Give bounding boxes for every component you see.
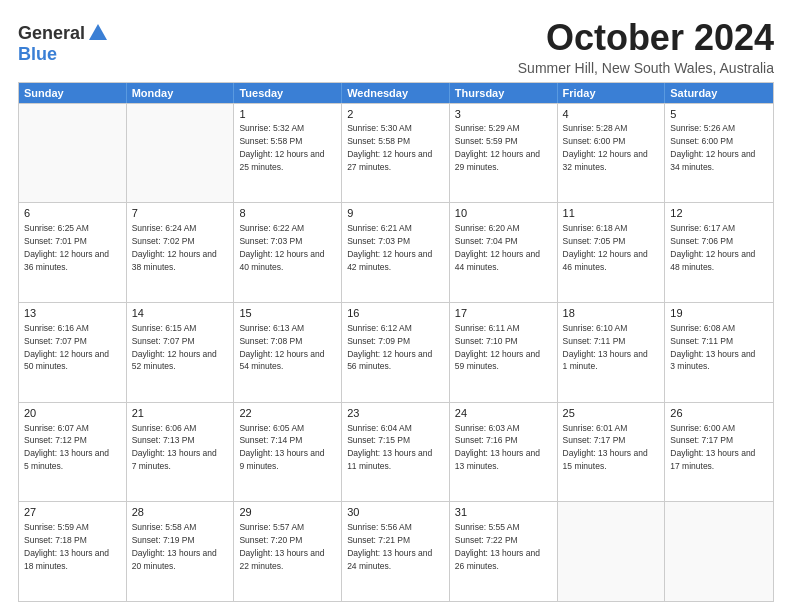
cal-cell: 18Sunrise: 6:10 AMSunset: 7:11 PMDayligh… bbox=[558, 303, 666, 402]
cal-cell: 5Sunrise: 5:26 AMSunset: 6:00 PMDaylight… bbox=[665, 104, 773, 203]
day-number: 17 bbox=[455, 306, 552, 321]
cell-details: Sunrise: 6:15 AMSunset: 7:07 PMDaylight:… bbox=[132, 323, 217, 372]
header-day-saturday: Saturday bbox=[665, 83, 773, 103]
month-title: October 2024 bbox=[518, 18, 774, 58]
cell-details: Sunrise: 6:13 AMSunset: 7:08 PMDaylight:… bbox=[239, 323, 324, 372]
cal-cell: 12Sunrise: 6:17 AMSunset: 7:06 PMDayligh… bbox=[665, 203, 773, 302]
cell-details: Sunrise: 6:20 AMSunset: 7:04 PMDaylight:… bbox=[455, 223, 540, 272]
cal-cell bbox=[665, 502, 773, 601]
cell-details: Sunrise: 6:05 AMSunset: 7:14 PMDaylight:… bbox=[239, 423, 324, 472]
day-number: 31 bbox=[455, 505, 552, 520]
day-number: 7 bbox=[132, 206, 229, 221]
day-number: 15 bbox=[239, 306, 336, 321]
cal-cell: 7Sunrise: 6:24 AMSunset: 7:02 PMDaylight… bbox=[127, 203, 235, 302]
cell-details: Sunrise: 6:25 AMSunset: 7:01 PMDaylight:… bbox=[24, 223, 109, 272]
header-day-wednesday: Wednesday bbox=[342, 83, 450, 103]
day-number: 11 bbox=[563, 206, 660, 221]
cal-cell bbox=[19, 104, 127, 203]
cell-details: Sunrise: 6:00 AMSunset: 7:17 PMDaylight:… bbox=[670, 423, 755, 472]
cal-cell: 15Sunrise: 6:13 AMSunset: 7:08 PMDayligh… bbox=[234, 303, 342, 402]
cell-details: Sunrise: 5:59 AMSunset: 7:18 PMDaylight:… bbox=[24, 522, 109, 571]
logo: General Blue bbox=[18, 22, 109, 65]
cal-cell: 24Sunrise: 6:03 AMSunset: 7:16 PMDayligh… bbox=[450, 403, 558, 502]
cal-row-1: 1Sunrise: 5:32 AMSunset: 5:58 PMDaylight… bbox=[19, 103, 773, 203]
calendar: SundayMondayTuesdayWednesdayThursdayFrid… bbox=[18, 82, 774, 602]
day-number: 3 bbox=[455, 107, 552, 122]
cell-details: Sunrise: 5:26 AMSunset: 6:00 PMDaylight:… bbox=[670, 123, 755, 172]
cell-details: Sunrise: 5:30 AMSunset: 5:58 PMDaylight:… bbox=[347, 123, 432, 172]
cal-cell: 23Sunrise: 6:04 AMSunset: 7:15 PMDayligh… bbox=[342, 403, 450, 502]
header-day-tuesday: Tuesday bbox=[234, 83, 342, 103]
cell-details: Sunrise: 5:58 AMSunset: 7:19 PMDaylight:… bbox=[132, 522, 217, 571]
logo-blue: Blue bbox=[18, 44, 57, 64]
cell-details: Sunrise: 6:21 AMSunset: 7:03 PMDaylight:… bbox=[347, 223, 432, 272]
cal-row-5: 27Sunrise: 5:59 AMSunset: 7:18 PMDayligh… bbox=[19, 501, 773, 601]
cal-cell: 19Sunrise: 6:08 AMSunset: 7:11 PMDayligh… bbox=[665, 303, 773, 402]
cal-cell: 31Sunrise: 5:55 AMSunset: 7:22 PMDayligh… bbox=[450, 502, 558, 601]
day-number: 21 bbox=[132, 406, 229, 421]
cal-cell: 14Sunrise: 6:15 AMSunset: 7:07 PMDayligh… bbox=[127, 303, 235, 402]
cal-cell: 17Sunrise: 6:11 AMSunset: 7:10 PMDayligh… bbox=[450, 303, 558, 402]
day-number: 2 bbox=[347, 107, 444, 122]
day-number: 22 bbox=[239, 406, 336, 421]
logo-general: General bbox=[18, 23, 85, 44]
cal-cell: 6Sunrise: 6:25 AMSunset: 7:01 PMDaylight… bbox=[19, 203, 127, 302]
day-number: 16 bbox=[347, 306, 444, 321]
header: General Blue October 2024 Summer Hill, N… bbox=[18, 18, 774, 76]
day-number: 1 bbox=[239, 107, 336, 122]
cell-details: Sunrise: 6:08 AMSunset: 7:11 PMDaylight:… bbox=[670, 323, 755, 372]
cell-details: Sunrise: 6:16 AMSunset: 7:07 PMDaylight:… bbox=[24, 323, 109, 372]
cal-row-4: 20Sunrise: 6:07 AMSunset: 7:12 PMDayligh… bbox=[19, 402, 773, 502]
header-day-thursday: Thursday bbox=[450, 83, 558, 103]
cal-cell: 3Sunrise: 5:29 AMSunset: 5:59 PMDaylight… bbox=[450, 104, 558, 203]
cal-cell: 25Sunrise: 6:01 AMSunset: 7:17 PMDayligh… bbox=[558, 403, 666, 502]
cell-details: Sunrise: 5:28 AMSunset: 6:00 PMDaylight:… bbox=[563, 123, 648, 172]
cal-cell: 9Sunrise: 6:21 AMSunset: 7:03 PMDaylight… bbox=[342, 203, 450, 302]
header-day-sunday: Sunday bbox=[19, 83, 127, 103]
header-day-friday: Friday bbox=[558, 83, 666, 103]
svg-marker-0 bbox=[89, 24, 107, 40]
cal-cell: 11Sunrise: 6:18 AMSunset: 7:05 PMDayligh… bbox=[558, 203, 666, 302]
cell-details: Sunrise: 6:17 AMSunset: 7:06 PMDaylight:… bbox=[670, 223, 755, 272]
day-number: 14 bbox=[132, 306, 229, 321]
cal-cell: 28Sunrise: 5:58 AMSunset: 7:19 PMDayligh… bbox=[127, 502, 235, 601]
cal-cell: 29Sunrise: 5:57 AMSunset: 7:20 PMDayligh… bbox=[234, 502, 342, 601]
cal-cell bbox=[558, 502, 666, 601]
cal-cell: 4Sunrise: 5:28 AMSunset: 6:00 PMDaylight… bbox=[558, 104, 666, 203]
location: Summer Hill, New South Wales, Australia bbox=[518, 60, 774, 76]
cal-cell: 22Sunrise: 6:05 AMSunset: 7:14 PMDayligh… bbox=[234, 403, 342, 502]
cell-details: Sunrise: 6:11 AMSunset: 7:10 PMDaylight:… bbox=[455, 323, 540, 372]
day-number: 18 bbox=[563, 306, 660, 321]
day-number: 5 bbox=[670, 107, 768, 122]
cell-details: Sunrise: 5:56 AMSunset: 7:21 PMDaylight:… bbox=[347, 522, 432, 571]
cal-cell: 1Sunrise: 5:32 AMSunset: 5:58 PMDaylight… bbox=[234, 104, 342, 203]
cell-details: Sunrise: 6:24 AMSunset: 7:02 PMDaylight:… bbox=[132, 223, 217, 272]
cal-cell: 10Sunrise: 6:20 AMSunset: 7:04 PMDayligh… bbox=[450, 203, 558, 302]
cal-cell: 16Sunrise: 6:12 AMSunset: 7:09 PMDayligh… bbox=[342, 303, 450, 402]
cal-cell: 26Sunrise: 6:00 AMSunset: 7:17 PMDayligh… bbox=[665, 403, 773, 502]
cal-cell: 2Sunrise: 5:30 AMSunset: 5:58 PMDaylight… bbox=[342, 104, 450, 203]
cell-details: Sunrise: 6:03 AMSunset: 7:16 PMDaylight:… bbox=[455, 423, 540, 472]
day-number: 6 bbox=[24, 206, 121, 221]
day-number: 20 bbox=[24, 406, 121, 421]
day-number: 12 bbox=[670, 206, 768, 221]
cell-details: Sunrise: 6:06 AMSunset: 7:13 PMDaylight:… bbox=[132, 423, 217, 472]
cal-cell: 27Sunrise: 5:59 AMSunset: 7:18 PMDayligh… bbox=[19, 502, 127, 601]
cell-details: Sunrise: 5:55 AMSunset: 7:22 PMDaylight:… bbox=[455, 522, 540, 571]
cell-details: Sunrise: 6:12 AMSunset: 7:09 PMDaylight:… bbox=[347, 323, 432, 372]
cell-details: Sunrise: 6:10 AMSunset: 7:11 PMDaylight:… bbox=[563, 323, 648, 372]
day-number: 26 bbox=[670, 406, 768, 421]
day-number: 27 bbox=[24, 505, 121, 520]
cell-details: Sunrise: 6:07 AMSunset: 7:12 PMDaylight:… bbox=[24, 423, 109, 472]
header-day-monday: Monday bbox=[127, 83, 235, 103]
cell-details: Sunrise: 6:22 AMSunset: 7:03 PMDaylight:… bbox=[239, 223, 324, 272]
cal-cell: 20Sunrise: 6:07 AMSunset: 7:12 PMDayligh… bbox=[19, 403, 127, 502]
calendar-body: 1Sunrise: 5:32 AMSunset: 5:58 PMDaylight… bbox=[19, 103, 773, 601]
cell-details: Sunrise: 5:29 AMSunset: 5:59 PMDaylight:… bbox=[455, 123, 540, 172]
day-number: 28 bbox=[132, 505, 229, 520]
cal-cell: 30Sunrise: 5:56 AMSunset: 7:21 PMDayligh… bbox=[342, 502, 450, 601]
day-number: 23 bbox=[347, 406, 444, 421]
calendar-header: SundayMondayTuesdayWednesdayThursdayFrid… bbox=[19, 83, 773, 103]
title-block: October 2024 Summer Hill, New South Wale… bbox=[518, 18, 774, 76]
day-number: 30 bbox=[347, 505, 444, 520]
